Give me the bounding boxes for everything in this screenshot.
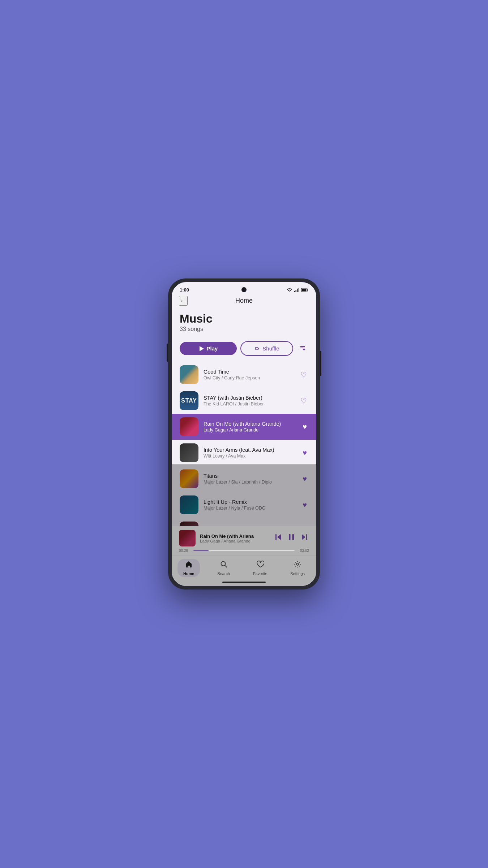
song-item[interactable]: STAY STAY (with Justin Bieber) The Kid L… <box>172 388 316 414</box>
music-header: Music 33 songs <box>172 309 316 337</box>
svg-marker-7 <box>200 346 204 351</box>
song-artist: Witt Lowry / Ava Max <box>204 454 296 459</box>
sort-icon <box>299 344 306 352</box>
svg-rect-3 <box>298 288 299 292</box>
song-artwork <box>180 365 198 384</box>
status-time: 1:00 <box>180 287 189 293</box>
song-title: Good Time <box>204 369 294 375</box>
sort-button[interactable] <box>297 342 308 355</box>
song-title: Rain On Me (with Ariana Grande) <box>204 421 296 427</box>
phone-screen: 1:00 <box>172 282 316 586</box>
progress-fill <box>193 550 209 551</box>
song-item-active[interactable]: Rain On Me (with Ariana Grande) Lady Gag… <box>172 414 316 440</box>
svg-rect-1 <box>296 290 297 292</box>
svg-rect-0 <box>294 291 295 292</box>
progress-bar[interactable] <box>193 550 295 551</box>
like-button[interactable]: ♥ <box>301 447 308 459</box>
shuffle-button[interactable]: Shuffle <box>240 341 293 356</box>
song-info: Into Your Arms (feat. Ava Max) Witt Lowr… <box>204 447 296 459</box>
song-info: STAY (with Justin Bieber) The Kid LAROI … <box>204 395 294 407</box>
back-button[interactable]: ← <box>179 296 188 306</box>
top-bar: ← Home <box>172 295 316 309</box>
camera <box>241 287 247 292</box>
play-button[interactable]: Play <box>180 342 237 355</box>
music-title: Music <box>180 312 308 325</box>
song-artwork <box>180 443 198 462</box>
song-info: Rain On Me (with Ariana Grande) Lady Gag… <box>204 421 296 433</box>
power-button <box>320 351 321 376</box>
song-title: Into Your Arms (feat. Ava Max) <box>204 447 296 453</box>
svg-rect-5 <box>308 289 308 291</box>
phone-frame: 1:00 <box>168 278 320 590</box>
like-button[interactable]: ♡ <box>299 369 308 380</box>
page-title: Home <box>235 297 253 305</box>
content-area[interactable]: Music 33 songs Play <box>172 309 316 526</box>
battery-icon <box>301 288 308 292</box>
song-list: Good Time Owl City / Carly Rae Jepsen ♡ … <box>172 362 316 526</box>
shuffle-icon <box>254 346 260 351</box>
song-artist: The Kid LAROI / Justin Bieber <box>204 401 294 407</box>
svg-rect-2 <box>297 289 298 292</box>
volume-button <box>167 344 168 362</box>
controls-row: Play Shuffle <box>172 337 316 362</box>
like-button[interactable]: ♡ <box>299 395 308 407</box>
signal-icon <box>294 288 299 292</box>
song-artwork: STAY <box>180 391 198 410</box>
svg-rect-6 <box>302 289 307 291</box>
song-artwork <box>180 417 198 436</box>
song-item[interactable]: Into Your Arms (feat. Ava Max) Witt Lowr… <box>172 440 316 466</box>
status-icons <box>287 288 308 292</box>
song-title: STAY (with Justin Bieber) <box>204 395 294 401</box>
songs-count: 33 songs <box>180 326 308 332</box>
song-artist: Owl City / Carly Rae Jepsen <box>204 375 294 380</box>
song-artist: Lady Gaga / Ariana Grande <box>204 427 296 433</box>
play-icon <box>199 346 204 351</box>
wifi-icon <box>287 288 292 292</box>
song-item[interactable]: Good Time Owl City / Carly Rae Jepsen ♡ <box>172 362 316 388</box>
like-button[interactable]: ♥ <box>301 421 308 433</box>
song-info: Good Time Owl City / Carly Rae Jepsen <box>204 369 294 380</box>
